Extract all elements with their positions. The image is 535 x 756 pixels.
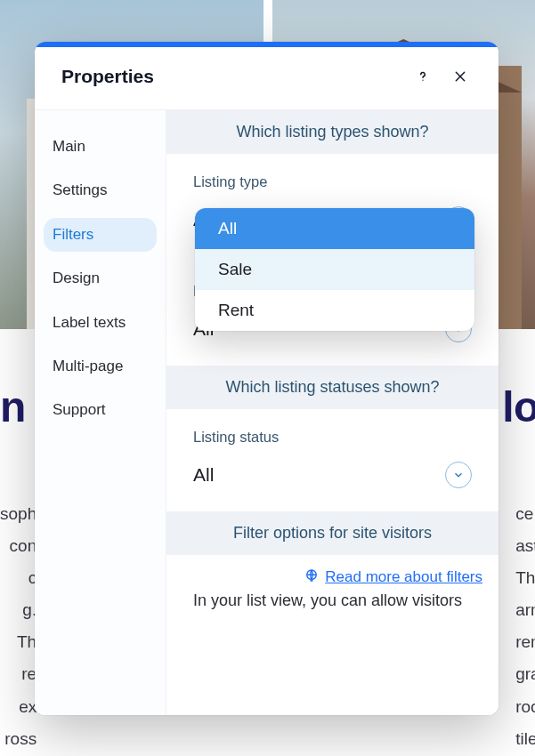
filter-options-note: In your list view, you can allow visitor…	[166, 591, 499, 610]
svg-point-0	[422, 79, 423, 80]
sidebar-item-multi-page[interactable]: Multi-page	[44, 350, 157, 383]
modal-content: Which listing types shown? Listing type …	[166, 110, 499, 715]
modal-header: Properties	[35, 47, 499, 110]
sidebar-item-main[interactable]: Main	[44, 130, 157, 164]
section-heading-listing-statuses: Which listing statuses shown?	[166, 366, 499, 409]
dropdown-option-rent[interactable]: Rent	[195, 290, 474, 331]
modal-title: Properties	[61, 66, 409, 87]
listing-status-value: All	[193, 464, 214, 486]
sidebar-item-settings[interactable]: Settings	[44, 173, 157, 207]
modal-sidebar: Main Settings Filters Design Label texts…	[35, 110, 166, 715]
help-icon[interactable]	[409, 63, 436, 90]
sidebar-item-filters[interactable]: Filters	[44, 218, 157, 252]
dropdown-option-sale[interactable]: Sale	[195, 249, 474, 290]
dropdown-option-all[interactable]: All	[195, 208, 474, 249]
globe-icon	[304, 567, 320, 588]
close-icon[interactable]	[447, 63, 474, 90]
bg-heading-right: los	[502, 383, 535, 430]
sidebar-item-design[interactable]: Design	[44, 261, 157, 295]
listing-type-dropdown[interactable]: All Sale Rent	[195, 208, 474, 331]
listing-status-label: Listing status	[193, 429, 472, 446]
section-body-listing-statuses: Listing status All	[166, 409, 499, 511]
section-heading-listing-types: Which listing types shown?	[166, 110, 499, 154]
readmore-row: Read more about filters	[166, 555, 499, 591]
section-heading-filter-options: Filter options for site visitors	[166, 511, 499, 555]
read-more-link[interactable]: Read more about filters	[325, 568, 482, 585]
chevron-down-icon	[445, 462, 472, 488]
sidebar-item-label-texts[interactable]: Label texts	[44, 306, 157, 340]
listing-status-select[interactable]: All	[193, 462, 472, 488]
sidebar-item-support[interactable]: Support	[44, 393, 157, 427]
properties-modal: Properties Main Settings Filters Design …	[35, 42, 499, 715]
listing-type-label: Listing type	[193, 173, 472, 190]
